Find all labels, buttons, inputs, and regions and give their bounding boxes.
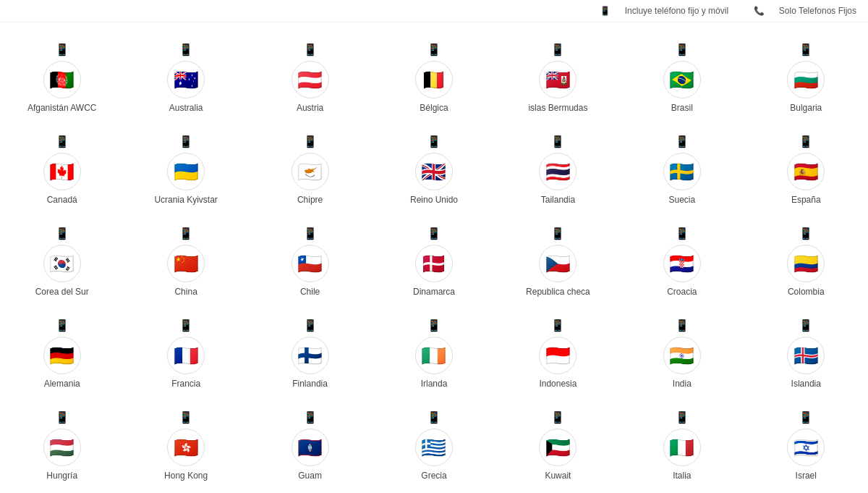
- phone-icon: 📱: [179, 227, 193, 240]
- country-item[interactable]: 📱🇨🇦Canadá: [0, 122, 124, 214]
- country-item[interactable]: 📱🇨🇳China: [124, 214, 247, 306]
- legend-mobile-text: Incluye teléfono fijo y móvil: [625, 6, 728, 16]
- phone-icon: 📱: [675, 227, 689, 240]
- country-item[interactable]: 📱🇨🇴Colombia: [744, 214, 868, 306]
- country-name: Chipre: [297, 195, 323, 205]
- country-item[interactable]: 📱🇨🇱Chile: [248, 214, 372, 306]
- country-name: Colombia: [788, 287, 825, 297]
- country-name: Kuwait: [545, 471, 571, 481]
- country-item[interactable]: 📱🇨🇿Republica checa: [496, 214, 620, 306]
- country-name: Islandia: [791, 379, 821, 389]
- country-flag: 🇨🇱: [292, 245, 329, 282]
- country-flag: 🇰🇼: [539, 429, 576, 466]
- country-flag: 🇰🇷: [43, 245, 81, 282]
- country-flag: 🇮🇪: [415, 337, 453, 374]
- country-name: Reino Unido: [410, 195, 458, 205]
- phone-icon: 📱: [550, 43, 565, 56]
- country-item[interactable]: 📱🇫🇷Francia: [124, 306, 247, 397]
- country-item[interactable]: 📱🇰🇼Kuwait: [496, 397, 620, 489]
- country-item[interactable]: 📱🇺🇦Ucrania Kyivstar: [124, 122, 247, 214]
- phone-icon: 📱: [303, 135, 318, 148]
- country-item[interactable]: 📱🇭🇺Hungría: [0, 397, 124, 489]
- country-item[interactable]: 📱🇹🇭Tailandia: [496, 122, 620, 214]
- country-flag: 🇮🇩: [539, 337, 576, 374]
- country-flag: 🇨🇾: [292, 153, 329, 190]
- phone-icon: 📱: [799, 135, 813, 148]
- country-flag: 🇭🇰: [167, 429, 205, 466]
- phone-icon: 📱: [427, 227, 441, 240]
- country-item[interactable]: 📱🇧🇪Bélgica: [372, 30, 495, 122]
- country-flag: 🇪🇸: [787, 153, 825, 190]
- country-flag: 🇮🇸: [787, 337, 825, 374]
- country-flag: 🇬🇧: [415, 153, 453, 190]
- phone-icon: 📱: [675, 319, 689, 332]
- country-item[interactable]: 📱🇸🇪Suecia: [620, 122, 744, 214]
- country-flag: 🇧🇷: [663, 61, 701, 98]
- phone-icon: 📱: [303, 43, 318, 56]
- country-name: islas Bermudas: [528, 103, 587, 113]
- country-name: Croacia: [667, 287, 697, 297]
- country-name: Brasil: [671, 103, 693, 113]
- country-item[interactable]: 📱🇮🇱Israel: [744, 397, 868, 489]
- country-item[interactable]: 📱🇦🇹Austria: [248, 30, 372, 122]
- country-name: Austria: [297, 103, 323, 113]
- country-item[interactable]: 📱🇪🇸España: [744, 122, 868, 214]
- country-item[interactable]: 📱🇬🇧Reino Unido: [372, 122, 495, 214]
- country-item[interactable]: 📱🇦🇫Afganistán AWCC: [0, 30, 124, 122]
- country-name: Dinamarca: [413, 287, 455, 297]
- phone-icon: 📱: [55, 43, 69, 56]
- country-item[interactable]: 📱🇭🇷Croacia: [620, 214, 744, 306]
- country-flag: 🇫🇮: [292, 337, 329, 374]
- country-flag: 🇨🇴: [787, 245, 825, 282]
- country-flag: 🇩🇰: [415, 245, 453, 282]
- country-flag: 🇬🇷: [415, 429, 453, 466]
- country-item[interactable]: 📱🇧🇲islas Bermudas: [496, 30, 620, 122]
- phone-icon: 📱: [799, 43, 813, 56]
- country-flag: 🇸🇪: [663, 153, 701, 190]
- phone-icon: 📱: [179, 319, 193, 332]
- phone-icon: 📱: [427, 319, 441, 332]
- country-item[interactable]: 📱🇨🇾Chipre: [248, 122, 372, 214]
- country-flag: 🇦🇹: [292, 61, 329, 98]
- country-item[interactable]: 📱🇦🇺Australia: [124, 30, 247, 122]
- legend-mobile-icon: 📱: [600, 6, 610, 16]
- phone-icon: 📱: [675, 410, 689, 424]
- country-item[interactable]: 📱🇩🇰Dinamarca: [372, 214, 495, 306]
- country-flag: 🇨🇳: [167, 245, 205, 282]
- country-name: Grecia: [421, 471, 446, 481]
- phone-icon: 📱: [303, 227, 318, 240]
- legend-header: 📱 Incluye teléfono fijo y móvil 📞 Solo T…: [0, 0, 868, 22]
- country-name: Chile: [300, 287, 320, 297]
- phone-icon: 📱: [179, 410, 193, 424]
- country-item[interactable]: 📱🇮🇪Irlanda: [372, 306, 495, 397]
- country-item[interactable]: 📱🇭🇰Hong Kong: [124, 397, 247, 489]
- country-item[interactable]: 📱🇮🇳India: [620, 306, 744, 397]
- country-item[interactable]: 📱🇮🇩Indonesia: [496, 306, 620, 397]
- country-name: Italia: [673, 471, 691, 481]
- country-item[interactable]: 📱🇬🇷Grecia: [372, 397, 495, 489]
- phone-icon: 📱: [179, 135, 193, 148]
- legend-fixed: 📞 Solo Telefonos Fijos: [742, 6, 856, 16]
- phone-icon: 📱: [799, 227, 813, 240]
- country-flag: 🇩🇪: [43, 337, 81, 374]
- country-name: Ucrania Kyivstar: [154, 195, 217, 205]
- country-name: India: [673, 379, 692, 389]
- phone-icon: 📱: [179, 43, 193, 56]
- country-flag: 🇦🇫: [43, 61, 81, 98]
- country-name: Alemania: [44, 379, 80, 389]
- country-flag: 🇧🇪: [415, 61, 453, 98]
- country-item[interactable]: 📱🇬🇺Guam: [248, 397, 372, 489]
- country-item[interactable]: 📱🇮🇹Italia: [620, 397, 744, 489]
- country-name: Hong Kong: [164, 471, 208, 481]
- country-item[interactable]: 📱🇩🇪Alemania: [0, 306, 124, 397]
- country-item[interactable]: 📱🇧🇷Brasil: [620, 30, 744, 122]
- country-item[interactable]: 📱🇧🇬Bulgaria: [744, 30, 868, 122]
- country-item[interactable]: 📱🇰🇷Corea del Sur: [0, 214, 124, 306]
- country-name: Indonesia: [539, 379, 576, 389]
- legend-fixed-text: Solo Telefonos Fijos: [779, 6, 856, 16]
- phone-icon: 📱: [427, 43, 441, 56]
- country-item[interactable]: 📱🇮🇸Islandia: [744, 306, 868, 397]
- country-item[interactable]: 📱🇫🇮Finlandia: [248, 306, 372, 397]
- country-name: Irlanda: [421, 379, 448, 389]
- country-name: Australia: [169, 103, 203, 113]
